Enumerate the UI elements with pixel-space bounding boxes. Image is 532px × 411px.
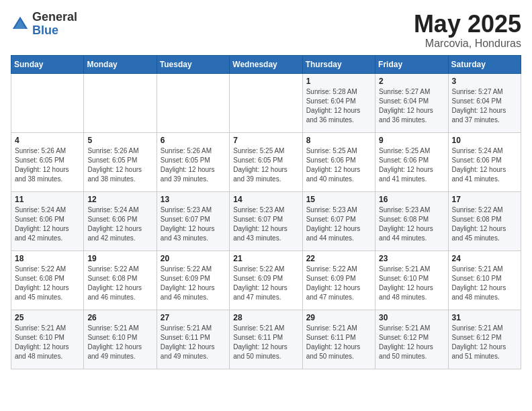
day-detail: Sunrise: 5:25 AM Sunset: 6:06 PM Dayligh… xyxy=(306,146,371,184)
logo-general: General xyxy=(32,11,77,24)
day-number: 2 xyxy=(379,77,444,86)
header-saturday: Saturday xyxy=(448,55,521,73)
day-detail: Sunrise: 5:26 AM Sunset: 6:05 PM Dayligh… xyxy=(15,146,80,184)
day-detail: Sunrise: 5:28 AM Sunset: 6:04 PM Dayligh… xyxy=(306,87,371,125)
day-detail: Sunrise: 5:22 AM Sunset: 6:08 PM Dayligh… xyxy=(87,265,152,302)
calendar-cell: 14Sunrise: 5:23 AM Sunset: 6:07 PM Dayli… xyxy=(230,191,302,250)
day-number: 29 xyxy=(306,313,371,322)
header-tuesday: Tuesday xyxy=(157,55,229,73)
day-number: 9 xyxy=(379,136,444,145)
calendar-cell: 26Sunrise: 5:21 AM Sunset: 6:10 PM Dayli… xyxy=(84,310,157,369)
header-wednesday: Wednesday xyxy=(230,55,302,73)
day-number: 15 xyxy=(306,195,371,204)
day-number: 8 xyxy=(306,136,371,145)
logo-text: General Blue xyxy=(32,11,77,38)
calendar-cell: 16Sunrise: 5:23 AM Sunset: 6:08 PM Dayli… xyxy=(375,191,448,250)
day-number: 22 xyxy=(306,254,371,263)
logo-icon xyxy=(11,15,30,34)
header-thursday: Thursday xyxy=(302,55,375,73)
title-block: May 2025 Marcovia, Honduras xyxy=(414,11,521,50)
day-detail: Sunrise: 5:21 AM Sunset: 6:12 PM Dayligh… xyxy=(379,324,444,361)
day-number: 21 xyxy=(233,254,298,263)
calendar-cell: 28Sunrise: 5:21 AM Sunset: 6:11 PM Dayli… xyxy=(230,310,302,369)
calendar-cell: 9Sunrise: 5:25 AM Sunset: 6:06 PM Daylig… xyxy=(375,132,448,191)
day-detail: Sunrise: 5:23 AM Sunset: 6:07 PM Dayligh… xyxy=(233,205,298,243)
day-number: 3 xyxy=(452,77,517,86)
day-number: 7 xyxy=(233,136,298,145)
day-number: 28 xyxy=(233,313,298,322)
calendar-cell: 8Sunrise: 5:25 AM Sunset: 6:06 PM Daylig… xyxy=(302,132,375,191)
day-detail: Sunrise: 5:24 AM Sunset: 6:06 PM Dayligh… xyxy=(15,205,80,243)
calendar-week-row: 18Sunrise: 5:22 AM Sunset: 6:08 PM Dayli… xyxy=(11,250,521,310)
calendar-cell: 24Sunrise: 5:21 AM Sunset: 6:10 PM Dayli… xyxy=(448,250,521,310)
day-number: 17 xyxy=(452,195,517,204)
day-number: 27 xyxy=(161,313,226,322)
day-number: 23 xyxy=(379,254,444,263)
calendar-cell: 10Sunrise: 5:24 AM Sunset: 6:06 PM Dayli… xyxy=(448,132,521,191)
calendar-week-row: 11Sunrise: 5:24 AM Sunset: 6:06 PM Dayli… xyxy=(11,191,521,250)
calendar-cell xyxy=(157,73,229,132)
day-detail: Sunrise: 5:23 AM Sunset: 6:08 PM Dayligh… xyxy=(379,205,444,243)
day-number: 13 xyxy=(161,195,226,204)
day-detail: Sunrise: 5:25 AM Sunset: 6:05 PM Dayligh… xyxy=(233,146,298,184)
day-number: 6 xyxy=(161,136,226,145)
calendar-week-row: 1Sunrise: 5:28 AM Sunset: 6:04 PM Daylig… xyxy=(11,73,521,132)
calendar-cell: 1Sunrise: 5:28 AM Sunset: 6:04 PM Daylig… xyxy=(302,73,375,132)
calendar-cell: 6Sunrise: 5:26 AM Sunset: 6:05 PM Daylig… xyxy=(157,132,229,191)
calendar-cell: 3Sunrise: 5:27 AM Sunset: 6:04 PM Daylig… xyxy=(448,73,521,132)
calendar-header-row: SundayMondayTuesdayWednesdayThursdayFrid… xyxy=(11,55,521,73)
calendar-cell: 30Sunrise: 5:21 AM Sunset: 6:12 PM Dayli… xyxy=(375,310,448,369)
header-sunday: Sunday xyxy=(11,55,84,73)
calendar-cell: 12Sunrise: 5:24 AM Sunset: 6:06 PM Dayli… xyxy=(84,191,157,250)
calendar-cell: 4Sunrise: 5:26 AM Sunset: 6:05 PM Daylig… xyxy=(11,132,84,191)
day-number: 19 xyxy=(87,254,152,263)
logo: General Blue xyxy=(11,11,77,38)
logo-blue: Blue xyxy=(32,24,77,38)
day-detail: Sunrise: 5:21 AM Sunset: 6:11 PM Dayligh… xyxy=(233,324,298,361)
day-number: 14 xyxy=(233,195,298,204)
calendar-cell: 7Sunrise: 5:25 AM Sunset: 6:05 PM Daylig… xyxy=(230,132,302,191)
day-detail: Sunrise: 5:21 AM Sunset: 6:11 PM Dayligh… xyxy=(161,324,226,361)
calendar-cell xyxy=(84,73,157,132)
day-detail: Sunrise: 5:22 AM Sunset: 6:09 PM Dayligh… xyxy=(306,265,371,302)
calendar-cell: 29Sunrise: 5:21 AM Sunset: 6:11 PM Dayli… xyxy=(302,310,375,369)
day-number: 18 xyxy=(15,254,80,263)
day-detail: Sunrise: 5:22 AM Sunset: 6:08 PM Dayligh… xyxy=(452,205,517,243)
calendar-week-row: 25Sunrise: 5:21 AM Sunset: 6:10 PM Dayli… xyxy=(11,310,521,369)
day-number: 16 xyxy=(379,195,444,204)
day-number: 10 xyxy=(452,136,517,145)
day-number: 31 xyxy=(452,313,517,322)
day-number: 12 xyxy=(87,195,152,204)
day-detail: Sunrise: 5:21 AM Sunset: 6:12 PM Dayligh… xyxy=(452,324,517,361)
day-number: 11 xyxy=(15,195,80,204)
day-detail: Sunrise: 5:26 AM Sunset: 6:05 PM Dayligh… xyxy=(87,146,152,184)
calendar-cell: 21Sunrise: 5:22 AM Sunset: 6:09 PM Dayli… xyxy=(230,250,302,310)
calendar-cell xyxy=(230,73,302,132)
calendar-cell: 11Sunrise: 5:24 AM Sunset: 6:06 PM Dayli… xyxy=(11,191,84,250)
calendar-cell: 27Sunrise: 5:21 AM Sunset: 6:11 PM Dayli… xyxy=(157,310,229,369)
header-friday: Friday xyxy=(375,55,448,73)
calendar-cell: 5Sunrise: 5:26 AM Sunset: 6:05 PM Daylig… xyxy=(84,132,157,191)
calendar-cell: 18Sunrise: 5:22 AM Sunset: 6:08 PM Dayli… xyxy=(11,250,84,310)
day-detail: Sunrise: 5:22 AM Sunset: 6:09 PM Dayligh… xyxy=(161,265,226,302)
calendar-cell: 31Sunrise: 5:21 AM Sunset: 6:12 PM Dayli… xyxy=(448,310,521,369)
day-number: 25 xyxy=(15,313,80,322)
day-detail: Sunrise: 5:24 AM Sunset: 6:06 PM Dayligh… xyxy=(87,205,152,243)
day-detail: Sunrise: 5:22 AM Sunset: 6:09 PM Dayligh… xyxy=(233,265,298,302)
calendar-cell: 25Sunrise: 5:21 AM Sunset: 6:10 PM Dayli… xyxy=(11,310,84,369)
day-detail: Sunrise: 5:27 AM Sunset: 6:04 PM Dayligh… xyxy=(379,87,444,125)
day-number: 5 xyxy=(87,136,152,145)
day-detail: Sunrise: 5:25 AM Sunset: 6:06 PM Dayligh… xyxy=(379,146,444,184)
day-detail: Sunrise: 5:23 AM Sunset: 6:07 PM Dayligh… xyxy=(161,205,226,243)
day-detail: Sunrise: 5:27 AM Sunset: 6:04 PM Dayligh… xyxy=(452,87,517,125)
day-detail: Sunrise: 5:26 AM Sunset: 6:05 PM Dayligh… xyxy=(161,146,226,184)
calendar-cell: 20Sunrise: 5:22 AM Sunset: 6:09 PM Dayli… xyxy=(157,250,229,310)
day-detail: Sunrise: 5:21 AM Sunset: 6:10 PM Dayligh… xyxy=(379,265,444,302)
day-detail: Sunrise: 5:21 AM Sunset: 6:10 PM Dayligh… xyxy=(452,265,517,302)
day-number: 24 xyxy=(452,254,517,263)
calendar-table: SundayMondayTuesdayWednesdayThursdayFrid… xyxy=(11,55,521,369)
calendar-cell: 23Sunrise: 5:21 AM Sunset: 6:10 PM Dayli… xyxy=(375,250,448,310)
day-detail: Sunrise: 5:21 AM Sunset: 6:11 PM Dayligh… xyxy=(306,324,371,361)
calendar-cell: 13Sunrise: 5:23 AM Sunset: 6:07 PM Dayli… xyxy=(157,191,229,250)
calendar-cell: 19Sunrise: 5:22 AM Sunset: 6:08 PM Dayli… xyxy=(84,250,157,310)
